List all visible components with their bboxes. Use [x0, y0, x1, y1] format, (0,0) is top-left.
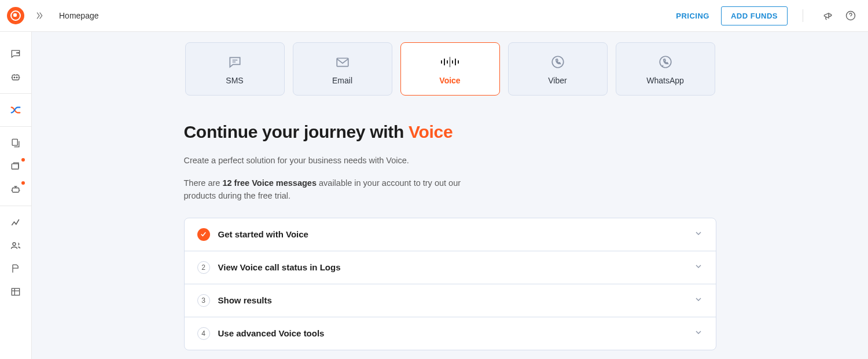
sidebar-item-robot[interactable]	[0, 178, 32, 201]
sidebar-item-report[interactable]	[0, 257, 32, 280]
chevron-down-icon	[694, 328, 703, 339]
step-number: 4	[197, 327, 210, 340]
sidebar-item-people[interactable]	[0, 234, 32, 257]
step-2[interactable]: 2 View Voice call status in Logs	[185, 251, 716, 284]
topbar: Homepage PRICING ADD FUNDS	[0, 0, 868, 32]
whatsapp-icon	[658, 53, 673, 71]
sidebar-item-copy[interactable]	[0, 131, 32, 155]
sidebar-item-chat[interactable]	[0, 42, 32, 65]
sidebar-item-analytics[interactable]	[0, 211, 32, 234]
chevron-down-icon	[694, 229, 703, 240]
chevron-down-icon	[694, 262, 703, 273]
svg-rect-7	[12, 164, 19, 169]
step-1[interactable]: Get started with Voice	[185, 218, 716, 251]
svg-rect-10	[12, 288, 19, 295]
page-title: Homepage	[59, 11, 99, 20]
channel-whatsapp[interactable]: WhatsApp	[616, 42, 715, 96]
expand-sidebar-icon[interactable]	[35, 11, 44, 20]
step-title: Use advanced Voice tools	[218, 328, 694, 338]
step-number: 2	[197, 261, 210, 274]
channel-voice[interactable]: Voice	[400, 42, 500, 96]
brand-logo[interactable]	[7, 7, 24, 24]
sidebar-item-send[interactable]	[0, 155, 32, 178]
svg-point-1	[17, 53, 17, 53]
add-funds-button[interactable]: ADD FUNDS	[721, 6, 788, 25]
channel-label: Voice	[439, 76, 460, 85]
step-title: Get started with Voice	[218, 229, 694, 239]
sidebar	[0, 32, 32, 359]
channel-label: Viber	[548, 76, 567, 85]
channel-sms[interactable]: SMS	[185, 42, 285, 96]
channel-label: WhatsApp	[646, 76, 684, 85]
sidebar-item-flow[interactable]	[0, 98, 32, 122]
svg-point-4	[14, 77, 15, 78]
viber-icon	[550, 53, 565, 71]
svg-rect-8	[12, 188, 19, 193]
sidebar-item-bot[interactable]	[0, 65, 32, 89]
announcements-icon[interactable]	[823, 10, 834, 21]
step-4[interactable]: 4 Use advanced Voice tools	[185, 317, 716, 350]
headline: Continue your journey with Voice	[184, 122, 716, 142]
step-title: Show results	[218, 295, 694, 305]
subtitle: Create a perfect solution for your busin…	[184, 155, 716, 167]
pricing-link[interactable]: PRICING	[676, 12, 709, 20]
svg-rect-11	[337, 58, 348, 67]
step-number: 3	[197, 294, 210, 307]
check-icon	[197, 228, 210, 241]
channel-label: Email	[332, 76, 352, 85]
svg-point-9	[13, 243, 16, 246]
voice-icon	[441, 53, 459, 71]
help-icon[interactable]	[845, 10, 856, 21]
step-3[interactable]: 3 Show results	[185, 284, 716, 317]
channel-tabs: SMS Email Voice	[32, 32, 868, 96]
sidebar-item-grid[interactable]	[0, 280, 32, 303]
channel-viber[interactable]: Viber	[508, 42, 608, 96]
steps-accordion: Get started with Voice 2 View Voice call…	[184, 218, 716, 350]
free-trial-info: There are 12 free Voice messages availab…	[184, 177, 485, 203]
svg-point-5	[16, 77, 17, 78]
email-icon	[335, 53, 350, 71]
separator	[803, 9, 803, 22]
chevron-down-icon	[694, 295, 703, 306]
svg-point-2	[18, 53, 19, 53]
svg-rect-6	[12, 139, 17, 145]
main-content: SMS Email Voice	[32, 32, 868, 359]
channel-label: SMS	[226, 76, 243, 85]
step-title: View Voice call status in Logs	[218, 262, 694, 272]
channel-email[interactable]: Email	[293, 42, 392, 96]
svg-rect-3	[12, 75, 19, 80]
sms-icon	[227, 53, 242, 71]
